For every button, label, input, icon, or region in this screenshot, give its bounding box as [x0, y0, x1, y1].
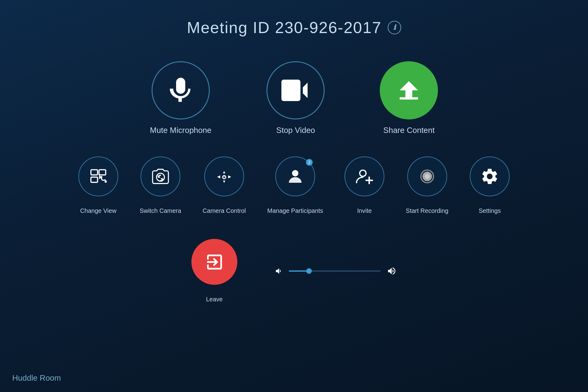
settings-icon	[480, 167, 499, 186]
manage-participants-label: Manage Participants	[267, 207, 323, 214]
manage-participants-item: 2 Manage Participants	[267, 156, 323, 214]
share-content-item: Share Content	[380, 61, 438, 135]
svg-point-4	[104, 180, 107, 183]
svg-rect-0	[91, 170, 98, 175]
svg-text:▶: ▶	[228, 174, 231, 179]
settings-label: Settings	[479, 207, 501, 214]
leave-item: Leave	[191, 239, 237, 303]
invite-item: Invite	[345, 156, 384, 214]
svg-rect-1	[99, 170, 106, 175]
stop-video-label: Stop Video	[276, 126, 315, 135]
svg-text:▼: ▼	[222, 179, 226, 184]
microphone-icon	[167, 77, 194, 104]
camera-control-item: ▲ ▼ ◀ ▶ + Camera Control	[203, 156, 246, 214]
bottom-row: Leave	[0, 239, 588, 303]
svg-text:▲: ▲	[222, 170, 226, 174]
change-view-icon	[89, 168, 107, 185]
participants-icon	[286, 167, 305, 186]
mute-microphone-label: Mute Microphone	[150, 126, 212, 135]
volume-mute-icon	[274, 267, 283, 275]
video-icon	[281, 80, 310, 101]
leave-button[interactable]	[191, 239, 237, 285]
volume-control[interactable]	[274, 266, 397, 276]
stop-video-item: Stop Video	[266, 61, 325, 135]
mute-microphone-item: Mute Microphone	[150, 61, 212, 135]
stop-video-button[interactable]	[266, 61, 325, 119]
share-icon	[395, 77, 423, 104]
switch-camera-button[interactable]	[141, 156, 180, 196]
svg-point-17	[425, 174, 430, 179]
camera-control-label: Camera Control	[203, 207, 246, 214]
info-icon: ℹ	[393, 24, 396, 32]
switch-camera-label: Switch Camera	[140, 207, 181, 214]
change-view-label: Change View	[80, 207, 117, 214]
settings-button[interactable]	[470, 156, 510, 196]
leave-label: Leave	[206, 296, 223, 303]
secondary-controls: Change View Switch Camera ▲ ▼ ◀ ▶ +	[0, 156, 588, 214]
settings-item: Settings	[470, 156, 510, 214]
svg-point-11	[292, 170, 299, 176]
share-content-button[interactable]	[380, 61, 438, 119]
camera-control-button[interactable]: ▲ ▼ ◀ ▶ +	[204, 156, 244, 196]
camera-control-icon: ▲ ▼ ◀ ▶ +	[215, 167, 234, 186]
participant-count-badge: 2	[306, 159, 313, 166]
volume-slider-track[interactable]	[289, 270, 381, 272]
change-view-item: Change View	[78, 156, 118, 214]
invite-icon	[355, 167, 374, 186]
svg-text:+: +	[223, 175, 225, 179]
main-controls: Mute Microphone Stop Video Share Content	[0, 61, 588, 135]
svg-point-12	[360, 170, 366, 176]
start-recording-item: Start Recording	[406, 156, 448, 214]
invite-label: Invite	[357, 207, 372, 214]
svg-text:◀: ◀	[217, 174, 220, 179]
invite-button[interactable]	[345, 156, 384, 196]
share-content-label: Share Content	[383, 126, 435, 135]
start-recording-label: Start Recording	[406, 207, 448, 214]
switch-camera-icon	[151, 167, 170, 186]
change-view-button[interactable]	[78, 156, 118, 196]
svg-rect-2	[91, 177, 98, 182]
volume-slider-thumb[interactable]	[306, 268, 312, 274]
start-recording-button[interactable]	[407, 156, 447, 196]
header: Meeting ID 230-926-2017 ℹ	[0, 0, 588, 37]
room-name: Huddle Room	[12, 373, 61, 383]
mute-microphone-button[interactable]	[152, 61, 210, 119]
leave-icon	[205, 252, 224, 272]
info-button[interactable]: ℹ	[388, 21, 401, 34]
recording-icon	[418, 167, 437, 186]
switch-camera-item: Switch Camera	[140, 156, 181, 214]
meeting-id: Meeting ID 230-926-2017	[187, 18, 382, 37]
volume-loud-icon	[387, 266, 397, 276]
